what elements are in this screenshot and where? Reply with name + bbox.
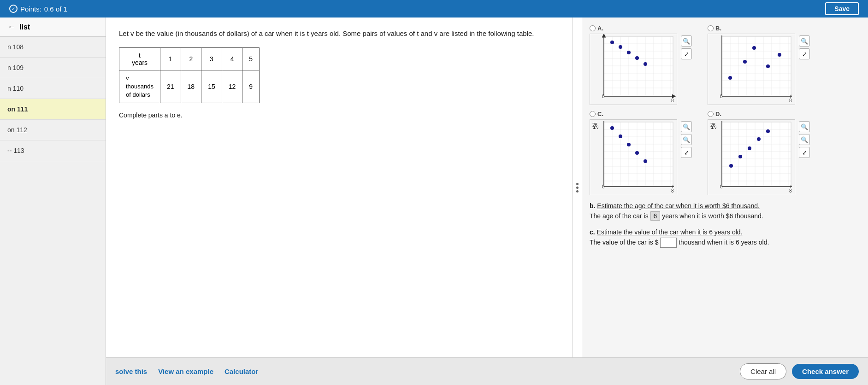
graph-option-a: A. bbox=[590, 25, 694, 105]
graph-d-svg: 26 ▲v 0 8 t bbox=[708, 119, 795, 195]
bottom-graphs-row: C. bbox=[590, 111, 861, 195]
radio-c[interactable] bbox=[590, 111, 596, 117]
svg-point-48 bbox=[743, 60, 747, 64]
expand-d-btn[interactable]: ⤢ bbox=[799, 147, 810, 158]
part-b-text: Estimate the age of the car when it is w… bbox=[597, 202, 760, 210]
svg-point-78 bbox=[627, 143, 631, 146]
svg-text:▲v: ▲v bbox=[710, 125, 717, 130]
part-b-answer: 6 bbox=[650, 211, 661, 221]
table-v-4: 12 bbox=[222, 70, 242, 103]
svg-point-77 bbox=[619, 134, 622, 138]
sidebar-item-108[interactable]: n 108 bbox=[0, 37, 106, 58]
save-button[interactable]: Save bbox=[825, 2, 859, 15]
table-t-2: 2 bbox=[181, 47, 201, 70]
svg-point-106 bbox=[757, 137, 761, 141]
svg-point-51 bbox=[778, 53, 781, 57]
zoom-d-2-btn[interactable]: 🔍 bbox=[799, 134, 810, 145]
svg-text:0: 0 bbox=[602, 94, 605, 99]
svg-point-23 bbox=[627, 51, 631, 54]
option-b-label: B. bbox=[715, 25, 721, 32]
check-answer-button[interactable]: Check answer bbox=[792, 364, 859, 379]
bottom-bar: solve this View an example Calculator Cl… bbox=[106, 357, 868, 385]
radio-a[interactable] bbox=[590, 25, 596, 31]
sidebar-item-110[interactable]: n 110 bbox=[0, 78, 106, 99]
points-icon: ✓ bbox=[9, 5, 18, 13]
top-bar: ✓ Points: 0.6 of 1 Save bbox=[0, 0, 868, 18]
table-t-1: 1 bbox=[160, 47, 181, 70]
zoom-d-1-btn[interactable]: 🔍 bbox=[799, 121, 810, 132]
option-a-label: A. bbox=[597, 25, 603, 32]
data-table: tyears 1 2 3 4 5 vthousandsof dollars 21 bbox=[119, 47, 260, 104]
svg-point-79 bbox=[635, 151, 639, 155]
svg-point-76 bbox=[610, 126, 614, 130]
points-label: Points: bbox=[20, 5, 41, 13]
solve-this-link[interactable]: solve this bbox=[115, 368, 147, 375]
graph-a-tools: 🔍 ⤢ bbox=[679, 34, 694, 61]
bottom-left: solve this View an example Calculator bbox=[115, 368, 258, 375]
expand-c-btn[interactable]: ⤢ bbox=[681, 147, 692, 158]
radio-d[interactable] bbox=[708, 111, 714, 117]
complete-text: Complete parts a to e. bbox=[119, 111, 560, 119]
svg-rect-26 bbox=[722, 36, 791, 96]
radio-b[interactable] bbox=[708, 25, 714, 31]
view-example-link[interactable]: View an example bbox=[158, 368, 213, 375]
sidebar-item-111[interactable]: on 111 bbox=[0, 99, 106, 120]
svg-point-22 bbox=[619, 45, 622, 49]
clear-all-button[interactable]: Clear all bbox=[740, 363, 786, 379]
svg-rect-0 bbox=[604, 36, 673, 96]
graph-a-svg: 0 8 t bbox=[590, 34, 677, 105]
zoom-a-btn[interactable]: 🔍 bbox=[681, 35, 692, 47]
table-v-1: 21 bbox=[160, 70, 181, 103]
graph-option-b: B. bbox=[708, 25, 812, 105]
table-v-3: 15 bbox=[201, 70, 222, 103]
sidebar-item-109[interactable]: n 109 bbox=[0, 58, 106, 78]
collapse-handle[interactable] bbox=[573, 18, 582, 357]
expand-a-btn[interactable]: ⤢ bbox=[681, 48, 692, 59]
bottom-right: Clear all Check answer bbox=[740, 363, 859, 379]
option-c-label: C. bbox=[597, 111, 603, 117]
zoom-c-1-btn[interactable]: 🔍 bbox=[681, 121, 692, 132]
part-c-section: c. Estimate the value of the car when it… bbox=[590, 227, 861, 248]
svg-point-105 bbox=[766, 129, 770, 133]
svg-text:0: 0 bbox=[602, 184, 605, 189]
svg-point-109 bbox=[729, 164, 733, 168]
graph-b-tools: 🔍 ⤢ bbox=[797, 34, 812, 61]
graph-option-c: C. bbox=[590, 111, 694, 195]
points-display: ✓ Points: 0.6 of 1 bbox=[9, 5, 67, 13]
table-v-2: 18 bbox=[181, 70, 201, 103]
top-graphs-row: A. bbox=[590, 25, 861, 105]
part-c-pre: The value of the car is $ bbox=[590, 239, 658, 246]
option-d-label: D. bbox=[715, 111, 721, 117]
sidebar-list-label: list bbox=[19, 23, 30, 31]
expand-b-btn[interactable]: ⤢ bbox=[799, 48, 810, 59]
part-b-pre: The age of the car is bbox=[590, 212, 649, 220]
svg-rect-81 bbox=[722, 122, 791, 187]
part-b-label: b. bbox=[590, 202, 595, 210]
calculator-link[interactable]: Calculator bbox=[224, 368, 258, 375]
svg-point-108 bbox=[738, 155, 742, 158]
svg-point-25 bbox=[644, 62, 647, 66]
part-b-post: years when it is worth $6 thousand. bbox=[662, 212, 763, 220]
question-panel: Let v be the value (in thousands of doll… bbox=[106, 18, 573, 357]
question-area: Let v be the value (in thousands of doll… bbox=[106, 18, 868, 357]
part-b-section: b. Estimate the age of the car when it i… bbox=[590, 201, 861, 222]
svg-rect-52 bbox=[604, 122, 673, 187]
table-v-5: 9 bbox=[242, 70, 260, 103]
table-header-v: vthousandsof dollars bbox=[119, 70, 160, 103]
table-header-t: tyears bbox=[119, 47, 160, 70]
sidebar-item-113[interactable]: -- 113 bbox=[0, 140, 106, 161]
part-c-input[interactable] bbox=[660, 238, 677, 248]
zoom-c-2-btn[interactable]: 🔍 bbox=[681, 134, 692, 145]
zoom-b-btn[interactable]: 🔍 bbox=[799, 35, 810, 47]
graph-option-d: D. bbox=[708, 111, 812, 195]
svg-point-21 bbox=[610, 41, 614, 44]
problem-text: Let v be the value (in thousands of doll… bbox=[119, 29, 560, 39]
svg-text:0: 0 bbox=[720, 184, 723, 189]
svg-point-49 bbox=[752, 46, 756, 50]
svg-point-80 bbox=[644, 159, 647, 163]
three-dots-icon[interactable] bbox=[576, 183, 579, 192]
back-icon[interactable]: ← bbox=[7, 22, 16, 32]
part-c-label: c. bbox=[590, 228, 595, 236]
sidebar-item-112[interactable]: on 112 bbox=[0, 120, 106, 140]
table-t-5: 5 bbox=[242, 47, 260, 70]
